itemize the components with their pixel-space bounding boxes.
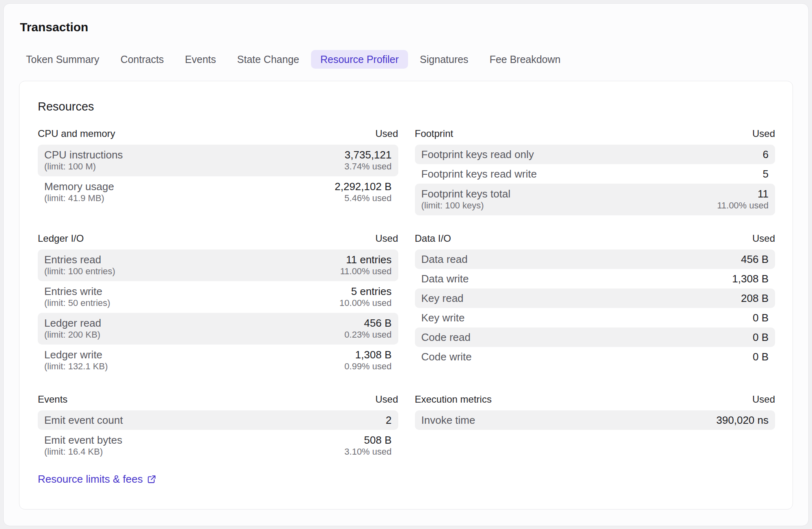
resource-row-value: 0 B — [753, 351, 769, 362]
resource-row-percent-used: 11.00% used — [717, 200, 769, 211]
resource-row-right: 2 — [386, 414, 391, 426]
resource-row-percent-used: 0.99% used — [344, 361, 391, 372]
resource-row-value: 0 B — [753, 312, 769, 323]
resource-row-right: 5 entries10.00% used — [339, 285, 391, 309]
section-title: Data I/O — [415, 232, 451, 245]
tab-signatures[interactable]: Signatures — [410, 50, 478, 69]
used-column-label: Used — [375, 393, 398, 405]
resource-row: Code write0 B — [415, 347, 775, 366]
resource-row-label: Entries write — [44, 285, 110, 297]
tab-fee-breakdown[interactable]: Fee Breakdown — [480, 50, 570, 69]
resource-row-left: Memory usage(limit: 41.9 MB) — [44, 180, 114, 204]
resource-row-left: Emit event count — [44, 414, 123, 426]
resource-row-right: 208 B — [741, 293, 769, 304]
resource-row-value: 1,308 B — [732, 273, 769, 284]
resource-row-label: Entries read — [44, 254, 115, 266]
resource-limits-fees-link-label: Resource limits & fees — [38, 473, 143, 485]
resource-row: Ledger read(limit: 200 KB)456 B0.23% use… — [38, 313, 398, 345]
resource-row-percent-used: 0.23% used — [344, 329, 391, 340]
resource-row-limit: (limit: 200 KB) — [44, 329, 101, 340]
resource-row-value: 508 B — [364, 434, 392, 446]
resource-row: Code read0 B — [415, 327, 775, 347]
resource-row-right: 0 B — [753, 351, 769, 362]
section-cpu-and-memory: CPU and memoryUsedCPU instructions(limit… — [38, 128, 398, 208]
resource-row-value: 456 B — [364, 317, 392, 329]
resource-row-limit: (limit: 50 entries) — [44, 297, 110, 309]
resource-row-label: CPU instructions — [44, 149, 123, 161]
resource-row-label: Footprint keys read only — [421, 149, 534, 160]
section-data-io: Data I/OUsedData read456 BData write1,30… — [415, 232, 775, 366]
section-rows: Emit event count2Emit event bytes(limit:… — [38, 410, 398, 462]
resource-row-limit: (limit: 41.9 MB) — [44, 193, 114, 204]
resource-row: Footprint keys total(limit: 100 keys)111… — [415, 184, 775, 215]
resources-grid: CPU and memoryUsedCPU instructions(limit… — [38, 128, 775, 462]
used-column-label: Used — [752, 393, 775, 405]
resource-row-right: 0 B — [753, 332, 769, 343]
tab-events[interactable]: Events — [176, 50, 225, 69]
resource-row-percent-used: 10.00% used — [339, 297, 391, 309]
section-execution-metrics: Execution metricsUsedInvoke time390,020 … — [415, 393, 775, 430]
section-footprint: FootprintUsedFootprint keys read only6Fo… — [415, 128, 775, 215]
tab-token-summary[interactable]: Token Summary — [17, 50, 109, 69]
resource-row-right: 508 B3.10% used — [344, 434, 391, 457]
section-rows: Entries read(limit: 100 entries)11 entri… — [38, 249, 398, 376]
resource-row-label: Data read — [421, 254, 468, 265]
resource-row-limit: (limit: 100 entries) — [44, 266, 115, 277]
resource-row: Data read456 B — [415, 249, 775, 269]
section-rows: Data read456 BData write1,308 BKey read2… — [415, 249, 775, 366]
resource-row-value: 0 B — [753, 332, 769, 343]
resource-row-value: 390,020 ns — [716, 414, 769, 426]
resource-row-right: 456 B — [741, 254, 769, 265]
resource-row-limit: (limit: 16.4 KB) — [44, 446, 122, 457]
tab-contracts[interactable]: Contracts — [111, 50, 173, 69]
section-header: FootprintUsed — [415, 128, 775, 140]
transaction-panel: Transaction Token SummaryContractsEvents… — [3, 3, 809, 526]
section-title: Footprint — [415, 128, 454, 140]
resource-row-label: Ledger write — [44, 349, 108, 361]
section-events: EventsUsedEmit event count2Emit event by… — [38, 393, 398, 462]
section-header: EventsUsed — [38, 393, 398, 405]
resource-limits-fees-link[interactable]: Resource limits & fees — [38, 473, 157, 485]
resource-row-percent-used: 3.10% used — [344, 446, 391, 457]
resource-row-left: Key write — [421, 312, 465, 323]
resource-row-left: Data write — [421, 273, 469, 284]
resource-row-left: Ledger read(limit: 200 KB) — [44, 317, 101, 340]
resource-row-value: 2 — [386, 414, 391, 426]
resource-row-right: 3,735,1213.74% used — [344, 149, 391, 172]
resource-row-right: 1111.00% used — [717, 188, 769, 211]
resource-row-label: Invoke time — [421, 414, 475, 426]
section-title: CPU and memory — [38, 128, 115, 140]
resource-row-right: 2,292,102 B5.46% used — [335, 180, 391, 204]
resource-row: Footprint keys read only6 — [415, 145, 775, 164]
section-title: Events — [38, 393, 67, 405]
resource-row-value: 1,308 B — [355, 349, 392, 361]
used-column-label: Used — [752, 128, 775, 140]
resource-row-left: Code write — [421, 351, 472, 362]
resource-row-left: Footprint keys total(limit: 100 keys) — [421, 188, 511, 211]
resource-row: CPU instructions(limit: 100 M)3,735,1213… — [38, 145, 398, 176]
resource-row-left: Footprint keys read write — [421, 168, 537, 180]
section-header: Execution metricsUsed — [415, 393, 775, 405]
resource-row-right: 456 B0.23% used — [344, 317, 391, 340]
resources-card: Resources CPU and memoryUsedCPU instruct… — [19, 81, 793, 509]
tab-resource-profiler[interactable]: Resource Profiler — [311, 50, 408, 69]
resource-row: Emit event bytes(limit: 16.4 KB)508 B3.1… — [38, 430, 398, 462]
resource-row-label: Code write — [421, 351, 472, 362]
resource-row-left: Emit event bytes(limit: 16.4 KB) — [44, 434, 122, 457]
used-column-label: Used — [375, 128, 398, 140]
tab-bar: Token SummaryContractsEventsState Change… — [17, 50, 793, 69]
resource-row-label: Key read — [421, 293, 464, 304]
resource-row-label: Ledger read — [44, 317, 101, 329]
resource-row-percent-used: 11.00% used — [340, 266, 392, 277]
resource-row-label: Code read — [421, 332, 471, 343]
resource-row-right: 11 entries11.00% used — [340, 254, 392, 277]
resource-row-left: Code read — [421, 332, 471, 343]
tab-state-change[interactable]: State Change — [228, 50, 309, 69]
resource-row-right: 390,020 ns — [716, 414, 769, 426]
resource-row-label: Data write — [421, 273, 469, 284]
section-ledger-io: Ledger I/OUsedEntries read(limit: 100 en… — [38, 232, 398, 376]
resource-row-percent-used: 5.46% used — [344, 193, 391, 204]
resource-row-right: 6 — [763, 149, 769, 160]
resource-row: Data write1,308 B — [415, 269, 775, 288]
section-header: Data I/OUsed — [415, 232, 775, 245]
